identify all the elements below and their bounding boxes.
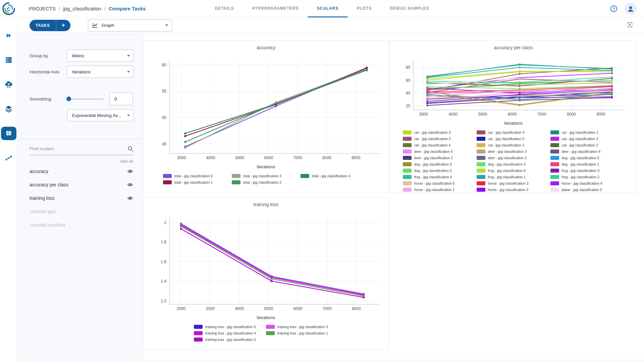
legend-item-frog-jpg-classification-1[interactable]: frog - jpg classification 1 — [477, 174, 550, 180]
legend-item-total-jpg-classification-1[interactable]: total - jpg classification 1 — [163, 179, 232, 185]
smoothing-slider[interactable] — [67, 99, 103, 100]
sidebar-item-queues[interactable] — [1, 53, 16, 67]
tab-scalars[interactable]: SCALARS — [308, 0, 348, 17]
legend-label: car - jpg classification 4 — [488, 130, 525, 134]
sidebar-item-experiments[interactable] — [1, 127, 16, 140]
double-chevron-right-icon — [5, 32, 12, 39]
smoothing-type-select[interactable]: Exponential Moving Av... — [67, 109, 133, 121]
x-axis-label: Iterations — [143, 164, 389, 169]
legend-item-cat-jpg-classification-3[interactable]: cat - jpg classification 3 — [550, 135, 624, 142]
eye-icon[interactable] — [127, 196, 133, 200]
expand-sidebar-button[interactable] — [1, 29, 16, 42]
smoothing-input[interactable] — [109, 93, 133, 105]
legend-item-horse-jpg-classification-3[interactable]: horse - jpg classification 3 — [477, 180, 550, 186]
legend-item-horse-jpg-classification-4[interactable]: horse - jpg classification 4 — [550, 180, 624, 186]
line-chart-icon — [92, 22, 98, 28]
scalar-item-training-loss[interactable]: training loss — [17, 191, 142, 205]
legend-item-total-jpg-classification-4[interactable]: total - jpg classification 4 — [301, 173, 369, 179]
legend-item-car-jpg-classification-3[interactable]: car - jpg classification 3 — [403, 129, 477, 135]
legend-item-car-jpg-classification-4[interactable]: car - jpg classification 4 — [477, 129, 550, 135]
content-column: TASKS + Graph — [17, 17, 644, 362]
x-axis-label: Iterations — [143, 315, 389, 320]
view-mode-value: Graph — [102, 23, 114, 28]
eye-icon[interactable] — [127, 183, 133, 187]
breadcrumb-project[interactable]: jpg_classification — [63, 6, 101, 11]
tab-debug-samples[interactable]: DEBUG SAMPLES — [381, 0, 438, 17]
legend-swatch — [477, 137, 485, 141]
auto-refresh-icon[interactable] — [626, 21, 634, 29]
legend-item-plane-jpg-classification-5[interactable]: plane - jpg classification 5 — [550, 186, 624, 193]
legend-label: total - jpg classification 5 — [174, 174, 213, 178]
group-by-select[interactable]: Metric — [67, 50, 133, 62]
legend-item-dog-jpg-classification-5[interactable]: dog - jpg classification 5 — [550, 155, 624, 161]
legend-item-training-loss-jpg-classification-3[interactable]: training loss - jpg classification 3 — [266, 323, 338, 330]
help-icon[interactable]: ? — [610, 5, 618, 13]
horizontal-axis-select[interactable]: Iterations — [67, 66, 133, 78]
scalar-item-accuracy[interactable]: accuracy — [17, 165, 142, 178]
legend-item-cat-jpg-classification-1[interactable]: cat - jpg classification 1 — [477, 142, 550, 148]
legend-item-frog-jpg-classification-2[interactable]: frog - jpg classification 2 — [550, 174, 624, 180]
sidebar-item-pipelines[interactable] — [1, 151, 16, 165]
view-mode-select[interactable]: Graph — [88, 19, 172, 32]
sidebar-item-workers[interactable] — [1, 78, 16, 91]
legend-item-training-loss-jpg-classification-5[interactable]: training loss - jpg classification 5 — [194, 323, 266, 330]
legend-label: horse - jpg classification 2 — [488, 188, 529, 192]
hide-all-button[interactable]: Hide all — [17, 155, 142, 163]
sidebar-item-datasets[interactable] — [1, 102, 16, 116]
smoothing-type-value: Exponential Moving Av... — [72, 113, 121, 118]
legend-item-horse-jpg-classification-2[interactable]: horse - jpg classification 2 — [477, 186, 550, 193]
x-axis-label: Iterations — [390, 121, 637, 126]
search-icon[interactable] — [127, 146, 133, 152]
legend-item-deer-jpg-classification-2[interactable]: deer - jpg classification 2 — [477, 155, 550, 161]
legend-item-training-loss-jpg-classification-2[interactable]: training loss - jpg classification 2 — [194, 336, 266, 343]
tab-plots[interactable]: PLOTS — [347, 0, 381, 17]
legend-item-deer-jpg-classification-4[interactable]: deer - jpg classification 4 — [550, 148, 624, 155]
tab-details[interactable]: DETAILS — [206, 0, 243, 17]
legend-item-total-jpg-classification-5[interactable]: total - jpg classification 5 — [163, 173, 232, 179]
legend-item-dog-jpg-classification-2[interactable]: dog - jpg classification 2 — [403, 167, 477, 174]
chart-plot-accuracy-per-class[interactable]: 300040005000600070008000900020406080 — [393, 53, 634, 119]
legend-item-frog-jpg-classification-5[interactable]: frog - jpg classification 5 — [477, 167, 550, 174]
legend-item-total-jpg-classification-2[interactable]: total - jpg classification 2 — [232, 179, 301, 185]
legend-item-horse-jpg-classification-1[interactable]: horse - jpg classification 1 — [403, 186, 477, 193]
scalar-label: :monitor:gpu — [30, 209, 56, 214]
legend-item-car-jpg-classification-2[interactable]: car - jpg classification 2 — [403, 135, 477, 142]
scalar-item-monitor-gpu[interactable]: :monitor:gpu — [17, 205, 142, 218]
tab-hyperparameters[interactable]: HYPERPARAMETERS — [243, 0, 308, 17]
legend-item-frog-jpg-classification-4[interactable]: frog - jpg classification 4 — [403, 174, 477, 180]
svg-text:7000: 7000 — [293, 156, 302, 160]
legend-item-cat-jpg-classification-5[interactable]: cat - jpg classification 5 — [477, 135, 550, 142]
add-task-button[interactable]: + — [56, 22, 70, 29]
breadcrumb-projects[interactable]: PROJECTS — [29, 6, 56, 11]
tabs: DETAILSHYPERPARAMETERSSCALARSPLOTSDEBUG … — [206, 0, 438, 17]
legend-item-frog-jpg-classification-3[interactable]: frog - jpg classification 3 — [550, 167, 624, 174]
eye-icon[interactable] — [127, 169, 133, 173]
legend-item-deer-jpg-classification-1[interactable]: deer - jpg classification 1 — [403, 155, 477, 161]
avatar[interactable] — [625, 3, 637, 15]
slider-thumb[interactable] — [66, 97, 71, 101]
horizontal-scrollbar[interactable] — [143, 359, 644, 362]
scalar-item-accuracy-per-class[interactable]: accuracy per class — [17, 178, 142, 191]
layers-icon — [5, 105, 12, 113]
legend-item-dog-jpg-classification-4[interactable]: dog - jpg classification 4 — [477, 161, 550, 167]
legend-item-car-jpg-classification-1[interactable]: car - jpg classification 1 — [550, 129, 624, 135]
legend-item-training-loss-jpg-classification-4[interactable]: training loss - jpg classification 4 — [194, 330, 266, 336]
legend-item-total-jpg-classification-3[interactable]: total - jpg classification 3 — [232, 173, 301, 179]
legend-item-cat-jpg-classification-4[interactable]: cat - jpg classification 4 — [403, 142, 477, 148]
legend-item-horse-jpg-classification-5[interactable]: horse - jpg classification 5 — [403, 180, 477, 186]
tasks-button[interactable]: TASKS — [30, 23, 56, 28]
legend-item-deer-jpg-classification-3[interactable]: deer - jpg classification 3 — [477, 148, 550, 155]
legend-item-cat-jpg-classification-2[interactable]: cat - jpg classification 2 — [550, 142, 624, 148]
legend-swatch — [163, 180, 172, 184]
chart-plot-training-loss[interactable]: 20003000400050006000700080001.21.41.61.8… — [143, 210, 389, 314]
scalar-label: :monitor:machine — [30, 222, 65, 228]
app-logo[interactable]: C — [0, 2, 17, 15]
legend-item-dog-jpg-classification-3[interactable]: dog - jpg classification 3 — [403, 161, 477, 167]
legend-item-deer-jpg-classification-5[interactable]: deer - jpg classification 5 — [403, 148, 477, 155]
svg-text:40: 40 — [406, 91, 410, 96]
scalar-item-monitor-machine[interactable]: :monitor:machine — [17, 218, 142, 232]
chart-plot-accuracy[interactable]: 300040005000600070008000900045505560 — [143, 53, 389, 163]
find-scalars-input[interactable] — [30, 144, 133, 155]
legend-item-dog-jpg-classification-1[interactable]: dog - jpg classification 1 — [550, 161, 624, 167]
legend-item-training-loss-jpg-classification-1[interactable]: training loss - jpg classification 1 — [266, 330, 338, 336]
